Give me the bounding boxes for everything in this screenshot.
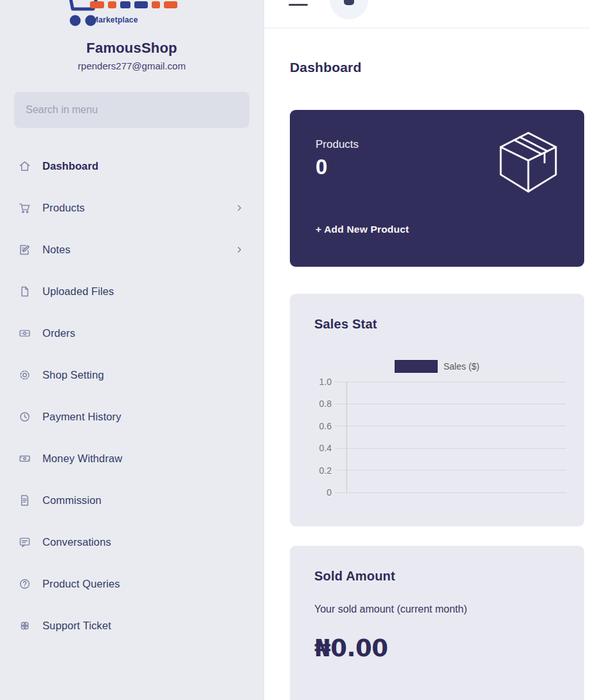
sidebar-item-label: Money Withdraw	[42, 453, 122, 465]
sidebar-item-label: Conversations	[42, 536, 111, 548]
products-count: 0	[316, 155, 327, 179]
home-icon	[18, 159, 31, 173]
y-tick: 1.0	[290, 377, 335, 387]
y-axis-line	[346, 382, 347, 492]
sold-amount-card: Sold Amount Your sold amount (current mo…	[290, 546, 584, 700]
question-icon	[18, 577, 31, 591]
add-new-product-link[interactable]: + Add New Product	[316, 224, 409, 235]
sales-chart: 1.0 0.8 0.6 0.4 0.2 0	[290, 377, 566, 493]
sidebar-item-label: Payment History	[42, 411, 121, 423]
sidebar-item-label: Orders	[42, 327, 75, 339]
sidebar-item-support-ticket[interactable]: Support Ticket	[0, 605, 264, 647]
sidebar-item-label: Commission	[42, 494, 102, 507]
sidebar-item-dashboard[interactable]: Dashboard	[0, 145, 264, 187]
search-input[interactable]	[14, 92, 249, 128]
sidebar: Marketplace FamousShop rpenders277@gmail…	[0, 0, 264, 700]
sidebar-item-uploaded-files[interactable]: Uploaded Files	[0, 271, 264, 312]
chat-icon	[18, 535, 31, 549]
sold-amount-value: ₦0.00	[314, 634, 388, 662]
products-card-title: Products	[316, 138, 359, 151]
sidebar-item-notes[interactable]: Notes	[0, 229, 264, 271]
y-tick: 0.2	[290, 465, 335, 476]
chevron-right-icon	[235, 203, 244, 213]
package-box-icon	[493, 128, 564, 199]
shop-email: rpenders277@gmail.com	[0, 60, 264, 71]
y-tick: 0.6	[290, 421, 335, 431]
products-card: Products 0 + Add New Product	[290, 110, 584, 267]
profile-button-icon	[344, 0, 354, 5]
sidebar-item-orders[interactable]: Orders	[0, 312, 264, 354]
sold-amount-subtitle: Your sold amount (current month)	[314, 604, 467, 615]
sidebar-item-label: Uploaded Files	[42, 285, 114, 298]
y-tick: 0.8	[290, 399, 335, 409]
sidebar-item-product-queries[interactable]: Product Queries	[0, 563, 264, 605]
legend-swatch	[395, 360, 438, 373]
sidebar-item-commission[interactable]: Commission	[0, 480, 264, 521]
sales-stat-card: Sales Stat Sales ($) 1.0 0.8 0.6 0.4 0.2…	[290, 294, 584, 526]
sold-amount-title: Sold Amount	[314, 569, 395, 584]
y-tick: 0.4	[290, 443, 335, 453]
brand-subtitle: Marketplace	[92, 15, 138, 24]
sidebar-item-label: Products	[42, 202, 85, 214]
sidebar-item-label: Dashboard	[42, 160, 98, 172]
sidebar-item-label: Notes	[42, 244, 71, 256]
hamburger-icon[interactable]	[289, 0, 308, 13]
chevron-right-icon	[235, 245, 244, 255]
profile-button[interactable]	[330, 0, 368, 19]
gear-icon	[18, 368, 31, 382]
sidebar-item-conversations[interactable]: Conversations	[0, 521, 264, 563]
knot-icon	[18, 619, 31, 633]
file-icon	[18, 285, 31, 298]
brand-wordmark-cropped	[90, 0, 177, 8]
banknote-icon	[18, 327, 31, 340]
sidebar-item-label: Support Ticket	[42, 620, 111, 632]
sidebar-item-label: Product Queries	[42, 578, 120, 590]
topbar	[264, 0, 590, 28]
cart-icon	[18, 201, 31, 215]
chart-legend: Sales ($)	[290, 360, 584, 373]
clock-icon	[18, 410, 31, 424]
sidebar-item-payment-history[interactable]: Payment History	[0, 396, 264, 438]
sales-stat-title: Sales Stat	[314, 317, 377, 332]
legend-label: Sales ($)	[443, 361, 479, 372]
note-icon	[18, 243, 31, 256]
y-tick: 0	[290, 487, 335, 498]
sidebar-item-label: Shop Setting	[42, 369, 104, 381]
sidebar-item-products[interactable]: Products	[0, 187, 264, 229]
sidebar-item-shop-setting[interactable]: Shop Setting	[0, 354, 264, 396]
cash-icon	[18, 452, 31, 465]
sidebar-nav: Dashboard Products Notes	[0, 145, 264, 647]
document-icon	[18, 494, 31, 507]
page-title: Dashboard	[290, 60, 590, 75]
brand-logo[interactable]: Marketplace	[0, 0, 264, 31]
sidebar-item-money-withdraw[interactable]: Money Withdraw	[0, 438, 264, 480]
main-area: Dashboard Products 0 + Add New Product S…	[264, 0, 590, 700]
shop-name: FamousShop	[0, 40, 264, 57]
